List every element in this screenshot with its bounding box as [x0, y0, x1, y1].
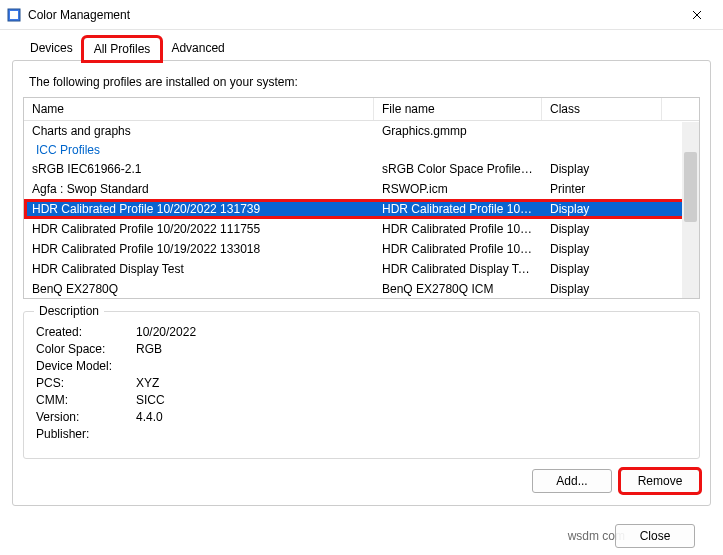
cell-name: sRGB IEC61966-2.1: [24, 160, 374, 178]
label-publisher: Publisher:: [36, 427, 136, 441]
svg-rect-1: [10, 11, 18, 19]
cell-class: Display: [542, 260, 662, 278]
cell-class: Display: [542, 220, 662, 238]
cell-class: Display: [542, 280, 662, 297]
col-header-name[interactable]: Name: [24, 98, 374, 120]
label-devicemodel: Device Model:: [36, 359, 136, 373]
list-item[interactable]: HDR Calibrated Profile 10/20/2022 111755…: [24, 219, 699, 239]
intro-text: The following profiles are installed on …: [29, 75, 700, 89]
cell-name: Charts and graphs: [24, 122, 374, 140]
description-legend: Description: [34, 304, 104, 318]
cell-class: Display: [542, 240, 662, 258]
cell-name: Agfa : Swop Standard: [24, 180, 374, 198]
cell-name: HDR Calibrated Profile 10/20/2022 111755: [24, 220, 374, 238]
cell-file: HDR Calibrated Profile 10-...: [374, 220, 542, 238]
list-item[interactable]: HDR Calibrated Profile 10/19/2022 133018…: [24, 239, 699, 259]
dialog-buttons: wsdm com Close: [0, 506, 723, 548]
cell-file: HDR Calibrated Display Tes...: [374, 260, 542, 278]
close-button[interactable]: Close: [615, 524, 695, 548]
list-item[interactable]: Agfa : Swop Standard RSWOP.icm Printer: [24, 179, 699, 199]
cell-file: HDR Calibrated Profile 10-...: [374, 200, 542, 218]
tab-strip: Devices All Profiles Advanced: [0, 36, 723, 60]
tab-advanced[interactable]: Advanced: [161, 37, 234, 61]
value-pcs: XYZ: [136, 376, 159, 390]
col-header-class[interactable]: Class: [542, 98, 662, 120]
profile-buttons: Add... Remove: [23, 469, 700, 493]
cell-file: HDR Calibrated Profile 10-...: [374, 240, 542, 258]
list-header: Name File name Class: [24, 98, 699, 121]
scrollbar[interactable]: [682, 122, 699, 298]
cell-file: BenQ EX2780Q ICM: [374, 280, 542, 297]
cell-name: BenQ EX2780Q: [24, 280, 374, 297]
cell-name: HDR Calibrated Display Test: [24, 260, 374, 278]
cell-class: [542, 122, 662, 140]
remove-button[interactable]: Remove: [620, 469, 700, 493]
label-colorspace: Color Space:: [36, 342, 136, 356]
list-item[interactable]: Charts and graphs Graphics.gmmp: [24, 121, 699, 141]
description-group: Description Created:10/20/2022 Color Spa…: [23, 311, 700, 459]
list-item[interactable]: sRGB IEC61966-2.1 sRGB Color Space Profi…: [24, 159, 699, 179]
tab-panel: The following profiles are installed on …: [12, 60, 711, 506]
cell-class: Display: [542, 160, 662, 178]
label-cmm: CMM:: [36, 393, 136, 407]
value-version: 4.4.0: [136, 410, 163, 424]
tab-devices[interactable]: Devices: [20, 37, 83, 61]
profile-listview[interactable]: Name File name Class Charts and graphs G…: [23, 97, 700, 299]
label-version: Version:: [36, 410, 136, 424]
value-colorspace: RGB: [136, 342, 162, 356]
close-icon[interactable]: [677, 0, 717, 30]
scrollbar-thumb[interactable]: [684, 152, 697, 222]
add-button[interactable]: Add...: [532, 469, 612, 493]
label-pcs: PCS:: [36, 376, 136, 390]
label-created: Created:: [36, 325, 136, 339]
cell-name: HDR Calibrated Profile 10/20/2022 131739: [24, 200, 374, 218]
tab-all-profiles[interactable]: All Profiles: [83, 37, 162, 61]
window-title: Color Management: [28, 8, 130, 22]
cell-file: sRGB Color Space Profile.ic...: [374, 160, 542, 178]
list-item[interactable]: BenQ EX2780Q BenQ EX2780Q ICM Display: [24, 279, 699, 297]
cell-file: Graphics.gmmp: [374, 122, 542, 140]
list-body: Charts and graphs Graphics.gmmp ICC Prof…: [24, 121, 699, 297]
cell-name: HDR Calibrated Profile 10/19/2022 133018: [24, 240, 374, 258]
cell-class: Display: [542, 200, 662, 218]
group-icc-profiles[interactable]: ICC Profiles: [24, 141, 699, 159]
cell-class: Printer: [542, 180, 662, 198]
value-cmm: SICC: [136, 393, 165, 407]
value-created: 10/20/2022: [136, 325, 196, 339]
cell-file: RSWOP.icm: [374, 180, 542, 198]
list-item[interactable]: HDR Calibrated Display Test HDR Calibrat…: [24, 259, 699, 279]
col-header-file[interactable]: File name: [374, 98, 542, 120]
app-icon: [6, 7, 22, 23]
title-bar: Color Management: [0, 0, 723, 30]
list-item-selected[interactable]: HDR Calibrated Profile 10/20/2022 131739…: [24, 199, 699, 219]
